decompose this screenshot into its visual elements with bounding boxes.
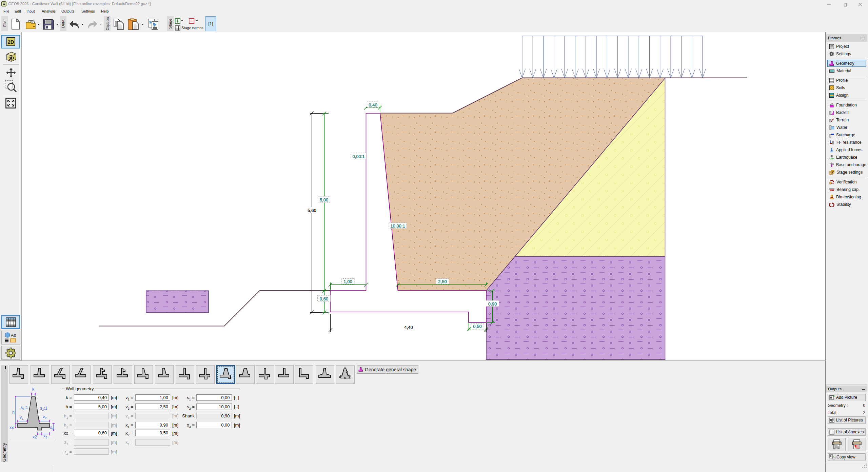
svg-text:0,00:1: 0,00:1: [352, 154, 364, 159]
svg-text:x1: x1: [50, 425, 54, 431]
svg-text:s2:1: s2:1: [40, 406, 47, 411]
svg-text:0,40: 0,40: [369, 102, 377, 107]
svg-text:2D: 2D: [7, 39, 14, 45]
svg-text:3D: 3D: [8, 56, 14, 61]
svg-text:xx: xx: [9, 425, 14, 430]
svg-text:5,00: 5,00: [320, 197, 328, 202]
svg-text:2: 2: [832, 170, 834, 173]
svg-text:s1:1: s1:1: [21, 405, 28, 411]
svg-text:5,60: 5,60: [308, 208, 316, 213]
svg-text:Ab: Ab: [11, 333, 16, 338]
svg-text:0,50: 0,50: [473, 324, 481, 329]
svg-text:x2: x2: [33, 435, 37, 439]
svg-text:v2: v2: [43, 414, 46, 420]
svg-text:0,90: 0,90: [488, 301, 497, 307]
svg-text:2,50: 2,50: [438, 279, 447, 284]
svg-text:10,00:1: 10,00:1: [390, 223, 405, 229]
svg-text:x3: x3: [43, 434, 47, 439]
svg-text:h: h: [12, 410, 15, 415]
svg-text:1,00: 1,00: [343, 279, 352, 284]
svg-text:k: k: [32, 387, 35, 392]
svg-text:v1: v1: [20, 415, 23, 420]
svg-text:4,40: 4,40: [404, 325, 413, 330]
svg-text:0,60: 0,60: [320, 296, 328, 301]
